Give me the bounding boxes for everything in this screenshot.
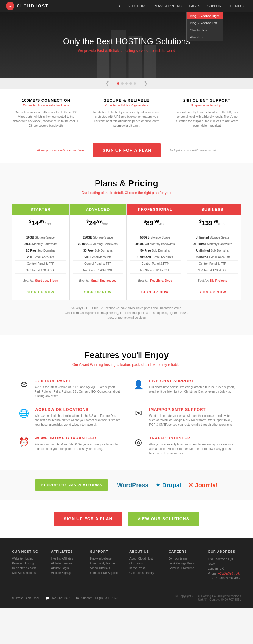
footer-address-title: OUR ADDRESS bbox=[208, 550, 241, 553]
footer-knowledgebase[interactable]: Knowledgebase bbox=[90, 557, 124, 560]
plan-business-signup[interactable]: SIGN UP NOW bbox=[184, 285, 241, 300]
pf-a-4: 500 E-mail Accounts bbox=[73, 254, 124, 261]
footer-contact-support[interactable]: Contact Live Support bbox=[90, 571, 124, 575]
footer-copyright: © Copyright 2013 | Hosting Co. All right… bbox=[175, 595, 241, 602]
dot-2[interactable] bbox=[121, 82, 124, 85]
plan-starter-signup[interactable]: SIGN UP NOW bbox=[12, 285, 69, 300]
hero-title: Only the Best HOSTING Solutions bbox=[63, 37, 190, 46]
feature-secure-subtitle: Protected with UPS & generators bbox=[92, 104, 160, 107]
footer-contact-directly[interactable]: Contact us directly bbox=[129, 571, 163, 575]
footer-hosting: OUR HOSTING Website Hosting Reseller Hos… bbox=[12, 550, 45, 581]
footer-about-title: ABOUT US bbox=[129, 550, 163, 553]
pf-a-1: 250GB Storage Space bbox=[73, 234, 124, 241]
dropdown-item-4[interactable]: About us bbox=[187, 34, 223, 41]
plan-starter-price: $14.99/mo. bbox=[12, 215, 69, 231]
feature-support-subtitle: No question is too stupid bbox=[173, 104, 241, 107]
plan-advanced-header: ADVANCED bbox=[70, 204, 127, 215]
footer-contact-bar: ✉ Write us an Email 💬 Live Chat 24/7 ☎ S… bbox=[12, 597, 118, 600]
footer-send-resume[interactable]: Send your Resume bbox=[169, 566, 202, 570]
enjoy-section: Features you'll Enjoy Our Award Winning … bbox=[0, 335, 253, 470]
traffic-desc: Always know exactly how many people are … bbox=[149, 442, 235, 456]
footer-video-tutorials[interactable]: Video Tutorials bbox=[90, 566, 124, 570]
nav-solutions[interactable]: SOLUTIONS bbox=[127, 3, 148, 9]
plan-professional-signup[interactable]: SIGN UP NOW bbox=[127, 285, 184, 300]
live-chat-desc: Our doors never close! We can guarantee … bbox=[149, 385, 235, 394]
feature-support-title: 24H CLIENT SUPPORT bbox=[173, 98, 241, 103]
footer-in-press[interactable]: In the Press bbox=[129, 566, 163, 570]
plan-advanced-signup[interactable]: SIGN UP NOW bbox=[70, 285, 127, 300]
signup-plan-button[interactable]: SIGN UP FOR A PLAN bbox=[93, 143, 161, 157]
nav-support[interactable]: SUPPORT bbox=[206, 3, 224, 9]
email-icon: ✉ bbox=[12, 597, 14, 600]
footer-affiliates-title: AFFILIATES bbox=[51, 550, 85, 553]
footer-hosting-title: OUR HOSTING bbox=[12, 550, 45, 553]
feature-control-panel: ⚙ CONTROL PANEL We run the latest versio… bbox=[18, 379, 121, 398]
plan-business-price: $139.99/mo. bbox=[184, 215, 241, 231]
footer-about: ABOUT US About Cloud Host Our Team In th… bbox=[129, 550, 163, 581]
footer-join-team[interactable]: Join our team bbox=[169, 557, 202, 560]
imap-icon: ✉ bbox=[132, 408, 144, 418]
enjoy-title: Features you'll Enjoy bbox=[18, 350, 235, 360]
footer-job-offerings[interactable]: Job Offerings Board bbox=[169, 562, 202, 565]
footer-affiliate-banners[interactable]: Affiliate Banners bbox=[51, 562, 85, 565]
pricing-subtitle: Our hosting plans in detail. Choose the … bbox=[12, 191, 241, 195]
dot-5[interactable] bbox=[134, 82, 136, 85]
bottom-solutions-button[interactable]: VIEW OUR SOLUTIONS bbox=[128, 512, 199, 526]
slider-next[interactable]: ❯ bbox=[138, 80, 154, 86]
footer-site-subscriptions[interactable]: Site Subscriptions bbox=[12, 571, 45, 575]
feature-connection-desc: Our web servers are all connected to the… bbox=[12, 110, 80, 128]
cms-button[interactable]: SUPPORTED CMS PLATFORMS bbox=[35, 479, 108, 491]
footer-hosting-affiliates[interactable]: Hosting Affiliates bbox=[51, 557, 85, 560]
footer-phone-contact[interactable]: ☎ Support: +61 (0) 0300 7867 bbox=[76, 597, 118, 600]
main-nav: ● SOLUTIONS PLANS & PRICING PAGES SUPPOR… bbox=[117, 3, 247, 9]
footer-email-contact[interactable]: ✉ Write us an Email bbox=[12, 597, 39, 600]
pf-p-2: 40,000GB Monthly Bandwidth bbox=[130, 241, 181, 247]
footer-address: 13a, Takeover, E,NDNA:London, UK Phone: … bbox=[208, 557, 241, 581]
nav-contact[interactable]: CONTACT bbox=[229, 3, 247, 9]
footer-address-col: OUR ADDRESS 13a, Takeover, E,NDNA:London… bbox=[208, 550, 241, 581]
dot-3[interactable] bbox=[125, 82, 128, 85]
footer-chat-contact[interactable]: 💬 Live Chat 24/7 bbox=[45, 597, 70, 600]
dropdown-item-1[interactable]: Blog - Sidebar Right bbox=[187, 12, 223, 19]
footer-reseller-hosting[interactable]: Reseller Hosting bbox=[12, 562, 45, 565]
plan-professional-header: PROFESSIONAL bbox=[127, 204, 184, 215]
footer-dedicated-servers[interactable]: Dedicated Servers bbox=[12, 566, 45, 570]
plan-professional: PROFESSIONAL $89.99/mo. 500GB Storage Sp… bbox=[127, 204, 184, 300]
footer-bottom: ✉ Write us an Email 💬 Live Chat 24/7 ☎ S… bbox=[12, 590, 241, 602]
footer-columns: OUR HOSTING Website Hosting Reseller Hos… bbox=[12, 550, 241, 581]
plan-business: BUSINESS $139.99/mo. Unlimited Storage S… bbox=[184, 204, 241, 300]
pf-p-6: No Shared 128bit SSL bbox=[130, 267, 181, 274]
live-chat-icon: 👤 bbox=[132, 380, 144, 390]
footer-community-forum[interactable]: Community Forum bbox=[90, 562, 124, 565]
footer-our-team[interactable]: Our Team bbox=[129, 562, 163, 565]
phone-label: Support: +61 (0) 0300 7867 bbox=[81, 597, 118, 600]
nav-pages[interactable]: PAGES bbox=[188, 3, 202, 9]
plan-business-best: Best for: Big Projects bbox=[184, 277, 241, 285]
features-strip: 100MB/S CONNECTION Connected to datacent… bbox=[0, 89, 253, 137]
imap-desc: Want to integrate your email with anothe… bbox=[149, 414, 235, 427]
dropdown-item-2[interactable]: Blog - Sidebar Left bbox=[187, 19, 223, 27]
live-chat-title: LIVE CHAT SUPPORT bbox=[149, 379, 235, 383]
nav-home[interactable]: ● bbox=[117, 3, 122, 9]
traffic-icon: ◎ bbox=[132, 437, 144, 447]
logo-icon: ☁ bbox=[6, 2, 14, 10]
cms-section: SUPPORTED CMS PLATFORMS WordPress ✦ Drup… bbox=[0, 470, 253, 500]
dot-1[interactable] bbox=[117, 82, 119, 85]
nav-plans[interactable]: PLANS & PRICING bbox=[152, 3, 183, 9]
bottom-signup-button[interactable]: SIGN UP FOR A PLAN bbox=[54, 512, 122, 526]
slider-prev[interactable]: ❮ bbox=[99, 80, 115, 86]
pricing-title: Plans & Pricing bbox=[12, 178, 241, 188]
footer-about-cloudhost[interactable]: About Cloud Host bbox=[129, 557, 163, 560]
footer-affiliate-login[interactable]: Affiliate Login bbox=[51, 566, 85, 570]
feature-connection-title: 100MB/S CONNECTION bbox=[12, 98, 80, 103]
footer-website-hosting[interactable]: Website Hosting bbox=[12, 557, 45, 560]
pf-p-5: Control Panel & FTP bbox=[130, 261, 181, 267]
imap-title: IMAP/POP/SMTP SUPPORT bbox=[149, 407, 235, 412]
footer-affiliate-signup[interactable]: Affiliate Signup bbox=[51, 571, 85, 575]
dropdown-item-3[interactable]: Shortcodes bbox=[187, 27, 223, 34]
dot-4[interactable] bbox=[129, 82, 132, 85]
traffic-text: TRAFFIC COUNTER Always know exactly how … bbox=[149, 436, 235, 456]
plan-advanced-price: $24.99/mo. bbox=[70, 215, 127, 231]
plan-advanced: ADVANCED $24.99/mo. 250GB Storage Space … bbox=[69, 204, 127, 300]
plan-advanced-best: Best for: Small Businesses bbox=[70, 277, 127, 285]
